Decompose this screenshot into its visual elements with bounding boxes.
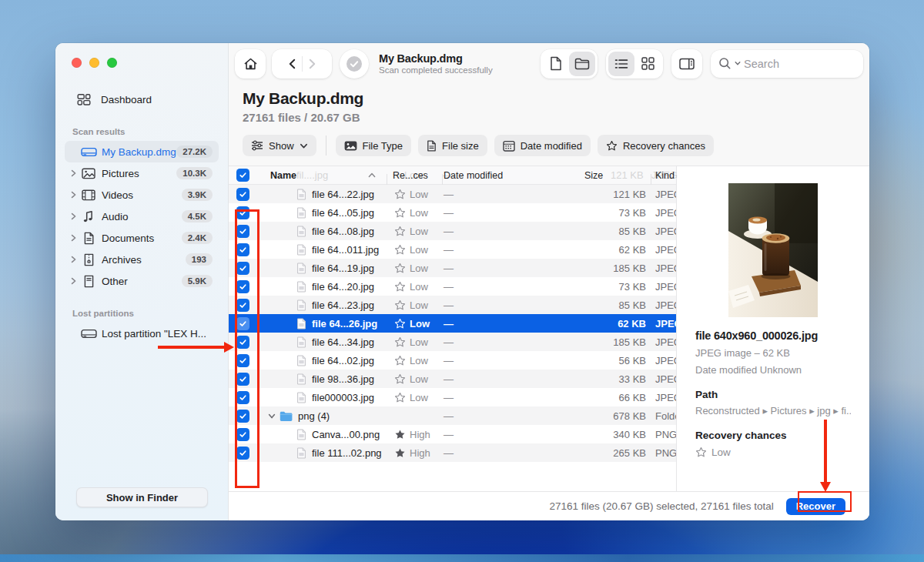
sidebar-item-archives[interactable]: Archives 193 <box>65 249 219 270</box>
back-button[interactable] <box>288 59 296 69</box>
table-row[interactable]: file 64...011.jpg Low — 62 KB JPEG <box>229 240 676 259</box>
sidebar-item-videos[interactable]: Videos 3.9K <box>65 184 219 206</box>
recovery-chances-filter-button[interactable]: Recovery chances <box>598 135 714 156</box>
row-checkbox[interactable] <box>229 188 259 201</box>
home-button[interactable] <box>235 49 266 79</box>
date-modified-filter-button[interactable]: Date modified <box>494 135 591 156</box>
sidebar-item-label: Videos <box>102 189 182 201</box>
table-row[interactable]: file 111...02.png High — 265 KB PNG i <box>229 443 676 462</box>
table-row[interactable]: file 64...19.jpg Low — 185 KB JPEG <box>229 259 676 277</box>
zoom-button[interactable] <box>107 58 117 68</box>
row-checkbox[interactable] <box>229 354 259 367</box>
table-row[interactable]: file 98...36.jpg Low — 33 KB JPEG <box>229 370 676 388</box>
file-name: file 98...36.jpg <box>312 373 374 385</box>
scan-status-button[interactable] <box>340 49 369 79</box>
row-checkbox[interactable] <box>229 299 259 312</box>
file-type-icon <box>296 355 306 366</box>
chevron-down-icon[interactable] <box>268 413 276 420</box>
close-button[interactable] <box>72 58 82 68</box>
chevron-right-icon[interactable] <box>69 191 77 199</box>
home-icon <box>243 56 259 72</box>
recovery-chance: Low <box>410 373 428 385</box>
sidebar-item-my-backup-dmg[interactable]: My Backup.dmg 27.2K <box>65 141 219 162</box>
row-checkbox[interactable] <box>229 225 259 238</box>
chevron-right-icon[interactable] <box>69 277 77 285</box>
sidebar-item-label: My Backup.dmg <box>102 146 176 158</box>
date-modified: — <box>442 447 584 459</box>
file-view-button[interactable] <box>543 52 569 76</box>
sidebar-item-documents[interactable]: Documents 2.4K <box>65 227 219 249</box>
table-row[interactable]: file 64...23.jpg Low — 85 KB JPEG <box>229 296 676 314</box>
show-filter-button[interactable]: Show <box>243 135 316 156</box>
row-checkbox[interactable] <box>229 391 259 404</box>
file-name: file 64...34.jpg <box>312 336 374 348</box>
table-row[interactable]: file000003.jpg Low — 66 KB JPEG <box>229 388 676 406</box>
table-row[interactable]: file 64...22.jpg Low — 121 KB JPEG <box>229 185 676 203</box>
row-checkbox[interactable] <box>229 280 259 293</box>
file-size: 185 KB <box>584 263 651 274</box>
table-row[interactable]: file 64...05.jpg Low — 73 KB JPEG <box>229 203 676 222</box>
column-header-name[interactable]: Name <box>259 170 376 181</box>
row-checkbox[interactable] <box>229 206 259 219</box>
sidebar-item-other[interactable]: Other 5.9K <box>65 270 219 292</box>
table-row[interactable]: file 64...34.jpg Low — 185 KB JPEG <box>229 333 676 351</box>
sidebar-item-dashboard[interactable]: Dashboard <box>65 89 219 110</box>
row-checkbox[interactable] <box>229 373 259 386</box>
table-row[interactable]: Canva...00.png High — 340 KB PNG i <box>229 425 676 443</box>
chevron-right-icon[interactable] <box>69 256 77 263</box>
file-type-icon <box>296 373 306 385</box>
table-row[interactable]: file 64...26.jpg Low — 62 KB JPEG <box>229 314 676 333</box>
search-box[interactable] <box>711 50 863 78</box>
preview-panel-toggle[interactable] <box>671 49 702 79</box>
column-header-date-modified[interactable]: Date modified <box>442 170 584 181</box>
table-row[interactable]: file 64...20.jpg Low — 73 KB JPEG <box>229 277 676 296</box>
row-checkbox[interactable] <box>229 447 259 460</box>
table-row[interactable]: png (4) — 678 KB Folde <box>229 406 676 425</box>
sidebar-item-pictures[interactable]: Pictures 10.3K <box>65 162 219 184</box>
minimize-button[interactable] <box>89 58 99 68</box>
search-input[interactable] <box>744 58 836 70</box>
recover-button[interactable]: Recover <box>786 498 845 515</box>
recovery-star-icon <box>394 373 406 385</box>
folder-view-button[interactable] <box>569 52 595 76</box>
row-checkbox[interactable] <box>229 262 259 275</box>
column-header-recovery[interactable]: Re...ces <box>387 170 442 181</box>
select-all-checkbox[interactable] <box>229 169 259 182</box>
forward-button[interactable] <box>308 59 316 69</box>
chevron-right-icon[interactable] <box>69 169 77 177</box>
checkbox-check-icon <box>236 391 249 404</box>
file-type-filter-button[interactable]: File Type <box>336 135 412 156</box>
table-row[interactable]: file 64...08.jpg Low — 85 KB JPEG <box>229 222 676 240</box>
file-name: file 64...08.jpg <box>312 226 374 237</box>
table-row[interactable]: file 64...02.jpg Low — 56 KB JPEG <box>229 351 676 370</box>
column-header-kind[interactable]: Kind <box>651 170 676 181</box>
file-name: Canva...00.png <box>312 429 380 440</box>
file-size-filter-button[interactable]: File size <box>418 135 487 156</box>
column-header-size[interactable]: Size <box>584 170 651 181</box>
file-type-icon <box>296 392 306 403</box>
folder-icon <box>574 58 590 70</box>
sidebar-item-audio[interactable]: Audio 4.5K <box>65 206 219 227</box>
show-in-finder-button[interactable]: Show in Finder <box>76 487 208 507</box>
row-checkbox[interactable] <box>229 243 259 256</box>
row-checkbox[interactable] <box>229 317 259 330</box>
date-modified: — <box>442 392 584 403</box>
chevron-right-icon[interactable] <box>69 212 77 220</box>
search-icon <box>718 57 732 70</box>
file-size: 678 KB <box>584 410 651 422</box>
scan-results-label: Scan results <box>72 127 228 136</box>
sliders-icon <box>251 140 263 151</box>
count-badge: 3.9K <box>182 189 213 201</box>
document-icon <box>427 140 437 152</box>
file-type-icon <box>296 244 306 256</box>
list-view-button[interactable] <box>608 52 634 76</box>
chevron-right-icon[interactable] <box>69 234 77 242</box>
sidebar-item-lost-partition[interactable]: Lost partition "LEX H... <box>65 323 219 344</box>
row-checkbox[interactable] <box>229 336 259 349</box>
row-checkbox[interactable] <box>229 428 259 441</box>
checkbox-check-icon <box>236 299 249 312</box>
file-name: file 64...26.jpg <box>312 318 377 330</box>
grid-view-button[interactable] <box>634 52 661 76</box>
count-badge: 27.2K <box>176 146 213 158</box>
row-checkbox[interactable] <box>229 410 259 423</box>
